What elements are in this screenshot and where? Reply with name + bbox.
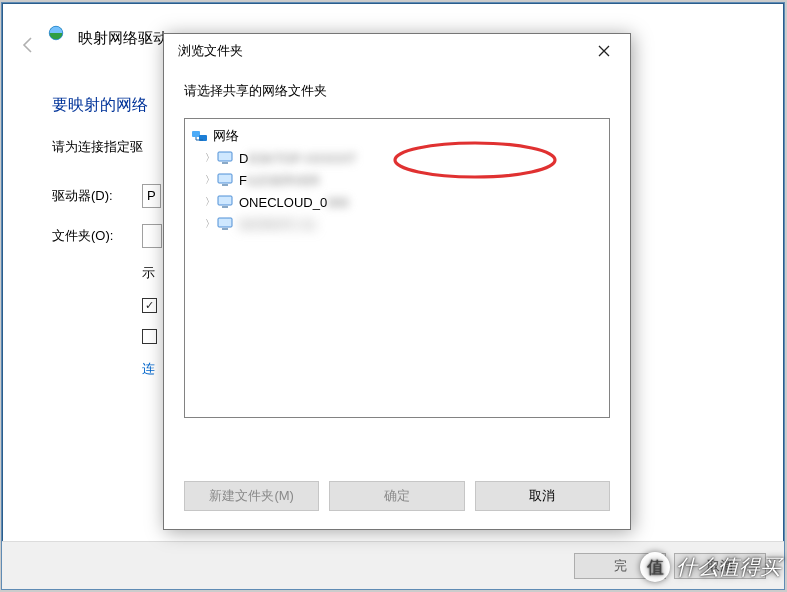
tree-root[interactable]: 网络	[189, 125, 605, 147]
ok-button[interactable]: 确定	[329, 481, 464, 511]
network-icon	[191, 128, 209, 144]
chevron-right-icon[interactable]: 〉	[203, 217, 217, 231]
chevron-right-icon[interactable]: 〉	[203, 173, 217, 187]
chevron-right-icon[interactable]: 〉	[203, 195, 217, 209]
tree-item-label: F	[239, 173, 247, 188]
tree-item[interactable]: 〉 ONECLOUD_0000	[189, 191, 605, 213]
watermark-text: 什么值得买	[676, 553, 781, 581]
connect-website-link[interactable]: 连	[142, 360, 155, 378]
watermark: 值 什么值得买	[640, 552, 781, 582]
chevron-right-icon[interactable]: 〉	[203, 151, 217, 165]
svg-rect-5	[222, 162, 228, 164]
obscured-text: ESKTOP-XXXXXT	[248, 151, 356, 166]
svg-rect-6	[218, 174, 232, 183]
watermark-badge-icon: 值	[640, 552, 670, 582]
svg-rect-8	[218, 196, 232, 205]
tree-root-label: 网络	[213, 127, 239, 145]
back-arrow-icon[interactable]	[17, 33, 41, 57]
dialog-title: 浏览文件夹	[178, 42, 243, 60]
cancel-dialog-button[interactable]: 取消	[475, 481, 610, 511]
tree-item[interactable]: 〉 WORKPC-01	[189, 213, 605, 235]
dialog-button-bar: 新建文件夹(M) 确定 取消	[184, 481, 610, 511]
folder-input[interactable]	[142, 224, 162, 248]
svg-rect-9	[222, 206, 228, 208]
close-icon[interactable]	[586, 38, 622, 64]
tree-item-label: D	[239, 151, 248, 166]
svg-rect-7	[222, 184, 228, 186]
computer-icon	[217, 194, 235, 210]
reconnect-checkbox[interactable]: ✓	[142, 298, 157, 313]
obscured-text: ILESERVER	[247, 173, 320, 188]
computer-icon	[217, 150, 235, 166]
computer-icon	[217, 216, 235, 232]
example-text: 示	[142, 264, 155, 282]
svg-rect-11	[222, 228, 228, 230]
window-title: 映射网络驱动	[78, 29, 168, 48]
svg-rect-4	[218, 152, 232, 161]
dialog-titlebar: 浏览文件夹	[164, 34, 630, 68]
folder-label: 文件夹(O):	[52, 227, 142, 245]
obscured-text: WORKPC-01	[239, 217, 316, 232]
dialog-subtitle: 请选择共享的网络文件夹	[164, 68, 630, 118]
computer-icon	[217, 172, 235, 188]
drive-wizard-icon	[47, 25, 65, 41]
drive-label: 驱动器(D):	[52, 187, 142, 205]
tree-item[interactable]: 〉 DESKTOP-XXXXXT	[189, 147, 605, 169]
drive-select[interactable]: P	[142, 184, 161, 208]
obscured-text: 000	[327, 195, 349, 210]
folder-tree[interactable]: 网络 〉 DESKTOP-XXXXXT 〉 FILESERVER 〉 ONECL…	[184, 118, 610, 418]
svg-rect-10	[218, 218, 232, 227]
tree-item[interactable]: 〉 FILESERVER	[189, 169, 605, 191]
svg-rect-2	[192, 131, 200, 137]
other-credentials-checkbox[interactable]	[142, 329, 157, 344]
browse-folder-dialog: 浏览文件夹 请选择共享的网络文件夹 网络 〉 DESKTOP-XXXXXT 〉 …	[163, 33, 631, 530]
new-folder-button[interactable]: 新建文件夹(M)	[184, 481, 319, 511]
tree-item-label: ONECLOUD_0	[239, 195, 327, 210]
